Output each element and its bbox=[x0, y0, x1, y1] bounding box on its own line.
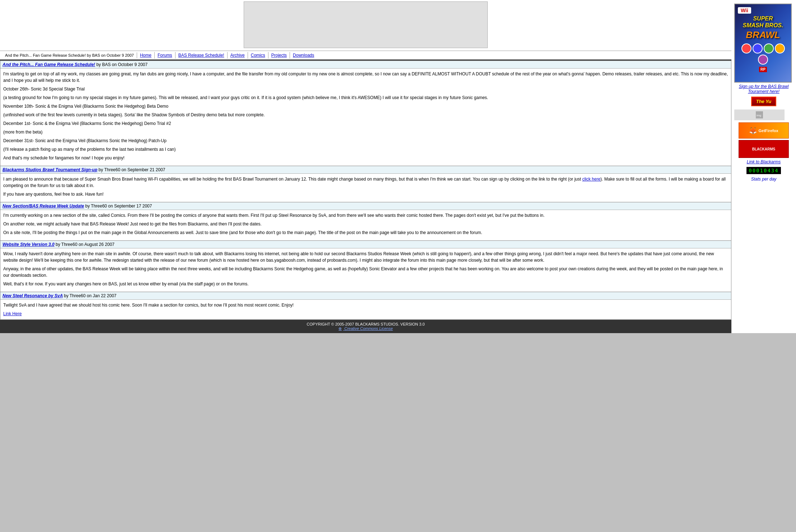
ssb-title-text: SUPERSMASH BROS. bbox=[743, 15, 783, 29]
nav-forums[interactable]: Forums bbox=[155, 52, 175, 59]
post-header-3: New Section/BAS Release Week Update by T… bbox=[0, 202, 731, 210]
nav-downloads[interactable]: Downloads bbox=[290, 52, 317, 59]
nav-home[interactable]: Home bbox=[137, 52, 155, 59]
post-header-1: And the Pitch... Fan Game Release Schedu… bbox=[0, 61, 731, 69]
char-4 bbox=[775, 43, 785, 53]
nav-archive[interactable]: Archive bbox=[228, 52, 248, 59]
post-body-4: Wow, I really haven't done anything here… bbox=[0, 248, 731, 292]
link-blackarms-image: BLACKARMS bbox=[739, 140, 789, 158]
signup-button[interactable]: The Yu bbox=[751, 97, 777, 106]
nav-comics[interactable]: Comics bbox=[248, 52, 268, 59]
stats-label: Stats per day bbox=[734, 177, 793, 182]
post-body-5: Twilight SvA and I have agreed that we s… bbox=[0, 300, 731, 319]
post-body-2: I am pleased to announce that because of… bbox=[0, 174, 731, 202]
creative-commons-icon: ⊕ bbox=[338, 326, 342, 331]
svg-text:img: img bbox=[757, 114, 761, 117]
firefox-label: GetFirefox bbox=[758, 129, 778, 133]
post-byline-4: by Three60 on August 26 2007 bbox=[56, 242, 114, 247]
nav-release-schedule[interactable]: BAS Release Schedule! bbox=[175, 52, 228, 59]
post-title-5[interactable]: New Steel Resonance by SvA bbox=[3, 293, 63, 298]
char-2 bbox=[753, 43, 763, 53]
post-body-3: I'm currently working on a new section o… bbox=[0, 210, 731, 241]
post-body-1: I'm starting to get on top of all my wor… bbox=[0, 69, 731, 166]
char-5 bbox=[758, 55, 768, 65]
sidebar: Wii SUPERSMASH BROS. BRAWL RP Sign up fo… bbox=[731, 0, 796, 333]
banner-placeholder: img bbox=[734, 109, 785, 120]
post-title-1[interactable]: And the Pitch... Fan Game Release Schedu… bbox=[3, 62, 95, 67]
creative-commons-link[interactable]: ⊕ Creative Commons License bbox=[338, 326, 393, 331]
rating-badge: RP bbox=[759, 67, 767, 72]
nav-projects[interactable]: Projects bbox=[268, 52, 290, 59]
link-here-link[interactable]: Link Here bbox=[3, 311, 22, 316]
wii-label: Wii bbox=[738, 7, 751, 14]
creative-commons-label: Creative Commons License bbox=[344, 326, 393, 331]
post-header-5: New Steel Resonance by SvA by Three60 on… bbox=[0, 292, 731, 300]
post-byline-5: by Three60 on Jan 22 2007 bbox=[64, 293, 117, 298]
click-here-link[interactable]: click here bbox=[582, 177, 600, 182]
link-blackarms-link[interactable]: Link to Blackarms bbox=[734, 159, 793, 164]
post-title-3[interactable]: New Section/BAS Release Week Update bbox=[3, 204, 84, 209]
post-title-2[interactable]: Blackarms Studios Brawl Tournament Sign-… bbox=[3, 167, 97, 172]
nav-ticker: And the Pitch... Fan Game Release Schedu… bbox=[2, 52, 137, 58]
post-byline-2: by Three60 on September 21 2007 bbox=[99, 167, 165, 172]
post-byline-3: by Three60 on September 17 2007 bbox=[85, 204, 152, 209]
header-image bbox=[244, 1, 488, 48]
ssb-brawl-text: BRAWL bbox=[746, 29, 780, 41]
copyright-text: COPYRIGHT © 2005-2007 BLACKARMS STUDIOS.… bbox=[307, 322, 425, 326]
post-header-4: Website Style Version 3.0 by Three60 on … bbox=[0, 241, 731, 248]
signup-brawl-link[interactable]: Sign up for the BAS Brawl Tourament here… bbox=[734, 84, 793, 94]
ssb-brawl-box: Wii SUPERSMASH BROS. BRAWL RP bbox=[734, 4, 792, 83]
post-header-2: Blackarms Studios Brawl Tournament Sign-… bbox=[0, 166, 731, 174]
footer: COPYRIGHT © 2005-2007 BLACKARMS STUDIOS.… bbox=[0, 320, 731, 333]
char-1 bbox=[741, 43, 751, 53]
char-3 bbox=[764, 43, 774, 53]
posts-container: And the Pitch... Fan Game Release Schedu… bbox=[0, 60, 731, 320]
header bbox=[0, 0, 731, 51]
stats-counter: 00010434 bbox=[746, 167, 781, 174]
firefox-icon: 🦊 bbox=[749, 127, 757, 135]
post-byline-1: by BAS on October 9 2007 bbox=[96, 62, 148, 67]
post-title-4[interactable]: Website Style Version 3.0 bbox=[3, 242, 55, 247]
ssb-characters bbox=[738, 43, 788, 65]
firefox-badge[interactable]: 🦊 GetFirefox bbox=[739, 122, 789, 139]
nav-bar: And the Pitch... Fan Game Release Schedu… bbox=[0, 51, 731, 60]
